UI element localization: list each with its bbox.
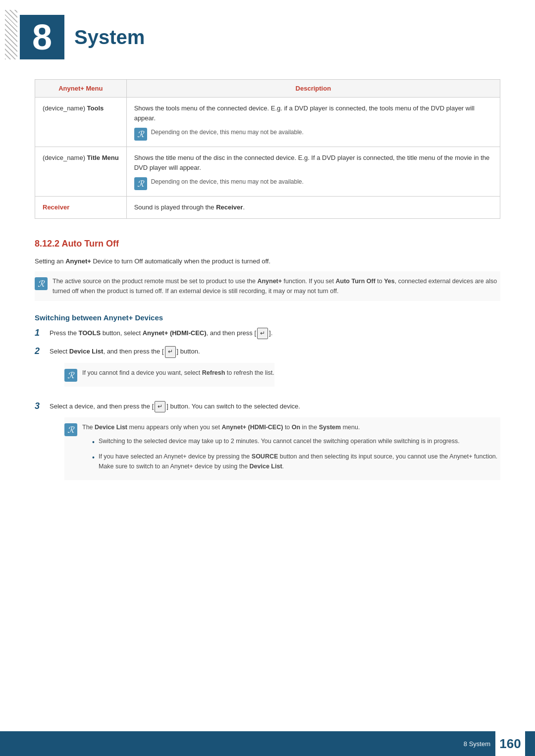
menu-item-bold-1: Tools bbox=[87, 104, 104, 112]
bullet-item-2: If you have selected an Anynet+ device b… bbox=[92, 452, 500, 471]
bullet-item-1: Switching to the selected device may tak… bbox=[92, 436, 500, 448]
table-row: (device_name) Tools Shows the tools menu… bbox=[35, 98, 500, 147]
enter-key-2: ↵ bbox=[165, 346, 176, 357]
svg-text:ℛ: ℛ bbox=[137, 130, 145, 139]
step-item-2: 2 Select Device List, and then press the… bbox=[35, 346, 500, 394]
step-text-3-container: Select a device, and then press the [↵] … bbox=[50, 401, 500, 488]
note-box-2: ℛ Depending on the device, this menu may… bbox=[134, 177, 492, 190]
chapter-number: 8 bbox=[20, 15, 64, 59]
step-text-2: Select Device List, and then press the [… bbox=[50, 346, 274, 357]
table-cell-menu-3: Receiver bbox=[35, 197, 127, 219]
note-box-1: ℛ Depending on the device, this menu may… bbox=[134, 128, 492, 141]
svg-text:ℛ: ℛ bbox=[67, 371, 75, 380]
step-item-1: 1 Press the TOOLS button, select Anynet+… bbox=[35, 328, 500, 339]
anynet-menu-table: Anynet+ Menu Description (device_name) T… bbox=[35, 79, 500, 219]
step-number-1: 1 bbox=[35, 328, 45, 338]
desc-text-2: Shows the title menu of the disc in the … bbox=[134, 153, 492, 172]
note-block-auto-turn-off: ℛ The active source on the product remot… bbox=[35, 271, 500, 301]
steps-list: 1 Press the TOOLS button, select Anynet+… bbox=[35, 328, 500, 488]
step-text-2-container: Select Device List, and then press the [… bbox=[50, 346, 274, 394]
bullet-list-step3: Switching to the selected device may tak… bbox=[92, 436, 500, 471]
step-number-3: 3 bbox=[35, 401, 45, 411]
menu-item-prefix-1: (device_name) bbox=[43, 104, 87, 112]
note-text-auto-turn-off: The active source on the product remote … bbox=[53, 276, 500, 296]
svg-text:ℛ: ℛ bbox=[67, 425, 75, 435]
note-block-step3: ℛ The Device List menu appears only when… bbox=[64, 417, 500, 480]
note-icon-step2: ℛ bbox=[64, 369, 77, 382]
table-cell-menu-1: (device_name) Tools bbox=[35, 98, 127, 147]
section-8-12-2-intro: Setting an Anynet+ Device to turn Off au… bbox=[35, 256, 500, 267]
note-text-step2: If you cannot find a device you want, se… bbox=[82, 368, 274, 378]
note-icon-step3: ℛ bbox=[64, 423, 77, 436]
note-text-2: Depending on the device, this menu may n… bbox=[151, 177, 304, 186]
enter-key-1: ↵ bbox=[257, 328, 268, 339]
desc-text-1: Shows the tools menu of the connected de… bbox=[134, 103, 492, 123]
anynet-bold-intro: Anynet+ bbox=[65, 257, 91, 265]
footer-chapter-label: 8 System bbox=[464, 740, 490, 748]
page-header: 8 System bbox=[0, 0, 535, 69]
step-number-2: 2 bbox=[35, 346, 45, 356]
note-icon-auto-turn-off: ℛ bbox=[35, 277, 48, 290]
switching-section-heading: Switching between Anynet+ Devices bbox=[35, 313, 500, 322]
main-content: Anynet+ Menu Description (device_name) T… bbox=[0, 69, 535, 534]
note-block-step2: ℛ If you cannot find a device you want, … bbox=[64, 363, 274, 387]
step-2-note: ℛ If you cannot find a device you want, … bbox=[64, 363, 274, 387]
table-cell-desc-2: Shows the title menu of the disc in the … bbox=[126, 147, 500, 197]
note-icon-1: ℛ bbox=[134, 128, 147, 141]
svg-text:ℛ: ℛ bbox=[137, 179, 145, 189]
chapter-title: System bbox=[74, 26, 145, 49]
desc-bold-receiver: Receiver bbox=[216, 203, 243, 211]
menu-item-prefix-2: (device_name) bbox=[43, 154, 87, 161]
table-header-description: Description bbox=[126, 80, 500, 98]
note-text-step3: The Device List menu appears only when y… bbox=[82, 422, 500, 432]
step-text-1: Press the TOOLS button, select Anynet+ (… bbox=[50, 328, 272, 339]
table-cell-desc-1: Shows the tools menu of the connected de… bbox=[126, 98, 500, 147]
section-8-12-2-heading: 8.12.2 Auto Turn Off bbox=[35, 239, 500, 249]
svg-text:ℛ: ℛ bbox=[38, 279, 45, 289]
note-text-1: Depending on the device, this menu may n… bbox=[151, 128, 304, 137]
step-3-note: ℛ The Device List menu appears only when… bbox=[64, 417, 500, 480]
table-cell-desc-3: Sound is played through the Receiver. bbox=[126, 197, 500, 219]
enter-key-3: ↵ bbox=[155, 401, 165, 412]
page-footer: 8 System 160 bbox=[0, 731, 535, 756]
menu-item-receiver: Receiver bbox=[43, 203, 69, 211]
step-item-3: 3 Select a device, and then press the [↵… bbox=[35, 401, 500, 488]
table-cell-menu-2: (device_name) Title Menu bbox=[35, 147, 127, 197]
footer-page-number: 160 bbox=[495, 731, 525, 756]
desc-text-3a: Sound is played through the bbox=[134, 203, 216, 211]
step-text-3: Select a device, and then press the [↵] … bbox=[50, 401, 500, 412]
note-block-step3-content: The Device List menu appears only when y… bbox=[82, 422, 500, 475]
table-row: Receiver Sound is played through the Rec… bbox=[35, 197, 500, 219]
desc-text-3b: . bbox=[243, 203, 245, 211]
note-icon-2: ℛ bbox=[134, 177, 147, 190]
table-row: (device_name) Title Menu Shows the title… bbox=[35, 147, 500, 197]
table-header-menu: Anynet+ Menu bbox=[35, 80, 127, 98]
menu-item-bold-2: Title Menu bbox=[87, 154, 119, 161]
